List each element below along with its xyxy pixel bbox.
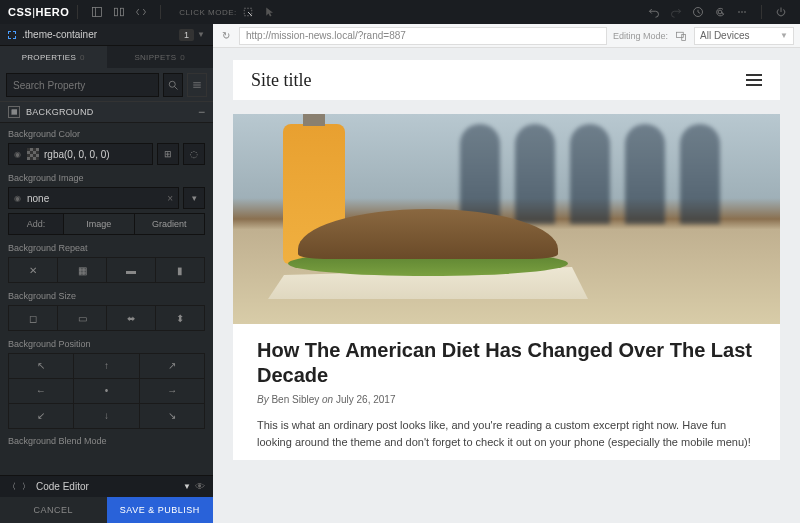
pos-tr-button[interactable]: ↗: [139, 353, 206, 379]
chevron-down-icon: ▼: [183, 482, 191, 491]
clear-icon[interactable]: ×: [167, 193, 173, 204]
cancel-button[interactable]: CANCEL: [0, 497, 107, 523]
add-label: Add:: [8, 213, 63, 235]
selector-row[interactable]: .theme-container 1 ▼: [0, 24, 213, 46]
repeat-both-button[interactable]: ▦: [58, 257, 107, 283]
chevron-right-icon: 〉: [22, 481, 30, 492]
site-header: Site title: [233, 60, 780, 100]
search-input[interactable]: [6, 73, 159, 97]
svg-rect-2: [115, 8, 118, 16]
background-section-icon: ▦: [8, 106, 20, 118]
editing-mode-label: Editing Mode:: [613, 31, 668, 41]
divider: [77, 5, 78, 19]
svg-line-11: [175, 87, 178, 90]
code-icon[interactable]: [132, 3, 150, 21]
click-mode-pointer-icon[interactable]: [261, 3, 279, 21]
device-icon[interactable]: [674, 29, 688, 43]
bg-color-input[interactable]: ◉ rgba(0, 0, 0, 0): [8, 143, 153, 165]
svg-point-7: [738, 11, 740, 13]
hamburger-menu-icon[interactable]: [746, 74, 762, 86]
bg-repeat-label: Background Repeat: [8, 243, 205, 253]
pos-l-button[interactable]: ←: [8, 378, 75, 404]
refresh-icon[interactable]: ↻: [219, 29, 233, 43]
svg-rect-0: [93, 8, 102, 17]
pos-t-button[interactable]: ↑: [73, 353, 140, 379]
tab-properties[interactable]: PROPERTIES0: [0, 46, 107, 68]
color-swatch-icon: [27, 148, 39, 160]
post-author[interactable]: Ben Sibley: [271, 394, 319, 405]
section-background-header[interactable]: ▦ BACKGROUND −: [0, 101, 213, 123]
pos-b-button[interactable]: ↓: [73, 403, 140, 429]
eye-icon[interactable]: 👁: [195, 481, 205, 492]
bg-image-dropdown[interactable]: ▾: [183, 187, 205, 209]
svg-point-10: [169, 81, 175, 87]
visibility-icon: ◉: [14, 150, 22, 158]
color-grid-button[interactable]: ⊞: [157, 143, 179, 165]
bg-image-label: Background Image: [8, 173, 205, 183]
app-logo: CSS|HERO: [8, 6, 69, 18]
pos-r-button[interactable]: →: [139, 378, 206, 404]
power-icon[interactable]: [772, 3, 790, 21]
repeat-x-button[interactable]: ▬: [107, 257, 156, 283]
more-icon[interactable]: [733, 3, 751, 21]
repeat-y-button[interactable]: ▮: [156, 257, 205, 283]
layout-icon[interactable]: [88, 3, 106, 21]
url-bar: ↻ Editing Mode: All Devices▼: [213, 24, 800, 48]
bg-image-input[interactable]: ◉ none ×: [8, 187, 179, 209]
bg-color-label: Background Color: [8, 129, 205, 139]
post-meta: By Ben Sibley on July 26, 2017: [257, 394, 756, 405]
svg-rect-3: [121, 8, 124, 16]
size-auto-button[interactable]: ◻: [8, 305, 58, 331]
code-editor-toggle[interactable]: 〈 〉 Code Editor ▼ 👁: [0, 475, 213, 497]
redo-icon[interactable]: [667, 3, 685, 21]
pos-br-button[interactable]: ↘: [139, 403, 206, 429]
collapse-icon[interactable]: −: [198, 105, 205, 119]
repeat-none-button[interactable]: ✕: [8, 257, 58, 283]
add-image-button[interactable]: Image: [63, 213, 134, 235]
sandwich-graphic: [268, 209, 568, 299]
size-contain-v-button[interactable]: ⬍: [156, 305, 205, 331]
device-select[interactable]: All Devices▼: [694, 27, 794, 45]
pos-bl-button[interactable]: ↙: [8, 403, 75, 429]
preview-area: ↻ Editing Mode: All Devices▼ Site title: [213, 24, 800, 523]
sidebar: .theme-container 1 ▼ PROPERTIES0 SNIPPET…: [0, 24, 213, 523]
properties-panel: Background Color ◉ rgba(0, 0, 0, 0) ⊞ ◌ …: [0, 123, 213, 475]
post-card: How The American Diet Has Changed Over T…: [233, 114, 780, 460]
bg-size-label: Background Size: [8, 291, 205, 301]
top-toolbar: CSS|HERO CLICK MODE:: [0, 0, 800, 24]
post-date: July 26, 2017: [336, 394, 396, 405]
click-mode-select-icon[interactable]: [239, 3, 257, 21]
url-input[interactable]: [239, 27, 607, 45]
divider: [160, 5, 161, 19]
size-contain-h-button[interactable]: ⬌: [107, 305, 156, 331]
save-publish-button[interactable]: SAVE & PUBLISH: [107, 497, 214, 523]
size-cover-button[interactable]: ▭: [58, 305, 107, 331]
search-button[interactable]: [163, 73, 183, 97]
pos-tl-button[interactable]: ↖: [8, 353, 75, 379]
post-excerpt: This is what an ordinary post looks like…: [257, 417, 756, 450]
svg-point-6: [718, 10, 722, 14]
selector-text: .theme-container: [22, 29, 179, 40]
sidebar-tabs: PROPERTIES0 SNIPPETS0: [0, 46, 213, 68]
pos-c-button[interactable]: •: [73, 378, 140, 404]
undo-icon[interactable]: [645, 3, 663, 21]
menu-button[interactable]: [187, 73, 207, 97]
bg-position-label: Background Position: [8, 339, 205, 349]
tab-snippets[interactable]: SNIPPETS0: [107, 46, 214, 68]
click-mode-label: CLICK MODE:: [179, 8, 237, 17]
svg-point-8: [741, 11, 743, 13]
preview-canvas: Site title How The American Diet Has Cha…: [213, 48, 800, 523]
color-picker-button[interactable]: ◌: [183, 143, 205, 165]
add-gradient-button[interactable]: Gradient: [134, 213, 206, 235]
divider: [761, 5, 762, 19]
post-title[interactable]: How The American Diet Has Changed Over T…: [257, 338, 756, 388]
history-icon[interactable]: [689, 3, 707, 21]
selector-count-badge: 1: [179, 29, 194, 41]
chevron-down-icon[interactable]: ▼: [197, 30, 205, 39]
site-title[interactable]: Site title: [251, 70, 312, 91]
at-icon[interactable]: [711, 3, 729, 21]
bg-blend-label: Background Blend Mode: [8, 436, 205, 446]
columns-icon[interactable]: [110, 3, 128, 21]
post-featured-image[interactable]: [233, 114, 780, 324]
svg-point-9: [744, 11, 746, 13]
